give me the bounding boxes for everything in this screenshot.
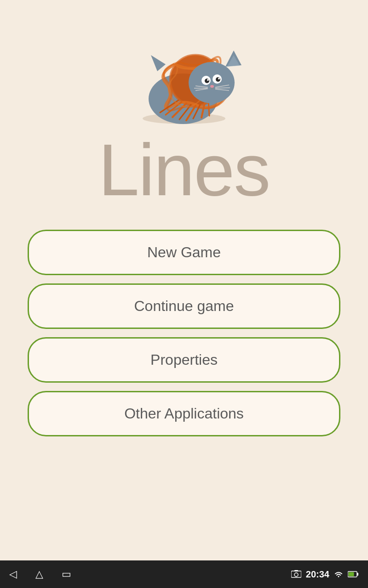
svg-line-27: [215, 88, 230, 88]
svg-point-31: [294, 573, 298, 577]
svg-point-21: [218, 78, 220, 79]
svg-marker-2: [151, 55, 166, 71]
svg-point-13: [189, 62, 235, 103]
nav-icons: ◁ △ ▭: [9, 568, 71, 580]
svg-rect-30: [294, 570, 298, 571]
svg-point-19: [216, 77, 220, 82]
svg-line-12: [208, 101, 209, 116]
main-content: Lines New Game Continue game Properties …: [0, 0, 368, 560]
svg-rect-33: [357, 573, 358, 576]
back-button[interactable]: ◁: [9, 568, 17, 580]
time-display: 20:34: [306, 569, 329, 580]
cat-illustration: [124, 28, 244, 124]
svg-point-20: [207, 79, 209, 81]
status-right: 20:34: [291, 569, 359, 580]
properties-button[interactable]: Properties: [28, 337, 340, 383]
svg-rect-34: [349, 572, 354, 577]
new-game-button[interactable]: New Game: [28, 230, 340, 275]
wifi-icon: [334, 571, 343, 578]
buttons-container: New Game Continue game Properties Other …: [28, 230, 340, 436]
recents-button[interactable]: ▭: [62, 568, 71, 580]
home-button[interactable]: △: [35, 568, 43, 580]
battery-icon: [348, 571, 359, 577]
other-applications-button[interactable]: Other Applications: [28, 391, 340, 436]
continue-game-button[interactable]: Continue game: [28, 283, 340, 329]
game-title: Lines: [98, 133, 270, 207]
screenshot-icon: [291, 570, 301, 578]
svg-point-22: [210, 85, 214, 88]
svg-point-18: [205, 79, 209, 83]
status-bar: ◁ △ ▭ 20:34: [0, 560, 368, 588]
